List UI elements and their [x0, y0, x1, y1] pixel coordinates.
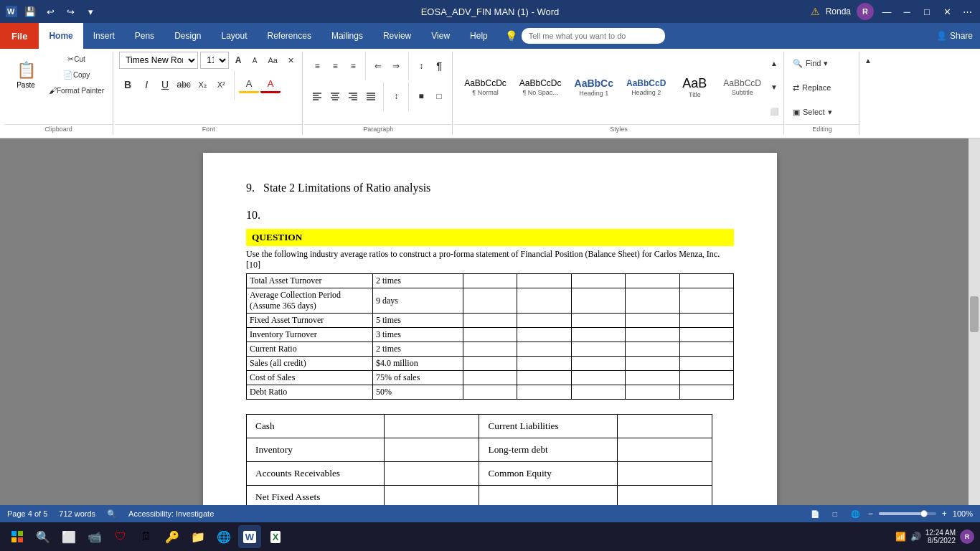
grow-font-button[interactable]: A [231, 53, 245, 67]
replace-button[interactable]: ⇄ Replace [790, 76, 854, 99]
taskbar-store-icon: 🗓 [141, 530, 152, 543]
print-layout-button[interactable]: □ [828, 507, 842, 521]
style-heading1-label: Heading 1 [579, 90, 608, 97]
change-case-button[interactable]: Aa [264, 53, 281, 67]
align-center-button[interactable] [326, 88, 344, 104]
cut-button[interactable]: ✂ Cut [44, 52, 108, 66]
ribbon-collapse-button[interactable]: ▲ [862, 55, 874, 66]
paste-button[interactable]: 📋 Paste [9, 57, 43, 92]
increase-indent-button[interactable]: ⇒ [387, 58, 405, 74]
bold-button[interactable]: B [119, 76, 136, 93]
style-expand-button[interactable]: ⬜ [769, 105, 779, 117]
align-left-button[interactable] [308, 88, 326, 104]
subscript-button[interactable]: X₂ [194, 76, 211, 93]
share-label[interactable]: Share [950, 31, 973, 41]
taskbar-explorer-button[interactable]: 📁 [187, 525, 209, 548]
shrink-font-button[interactable]: A [248, 53, 262, 67]
balance-row: Cash Current Liabilities [247, 415, 712, 438]
clear-formatting-button[interactable]: ✕ [283, 53, 298, 67]
decrease-indent-button[interactable]: ⇐ [369, 58, 387, 74]
more-button[interactable]: ⋯ [960, 4, 974, 19]
style-subtitle[interactable]: AaBbCcD Subtitle [717, 75, 767, 100]
font-size-select[interactable]: 11 [200, 52, 229, 69]
reading-view-button[interactable]: 📄 [808, 507, 822, 521]
strikethrough-button[interactable]: abc [175, 76, 192, 93]
tab-design[interactable]: Design [164, 23, 211, 49]
style-no-spacing[interactable]: AaBbCcDc ¶ No Spac... [514, 75, 567, 100]
close-button[interactable]: ✕ [940, 4, 954, 19]
question-description: Use the following industry average ratio… [246, 249, 734, 270]
zoom-slider[interactable] [879, 512, 936, 515]
taskbar-excel-button[interactable]: X [264, 525, 287, 548]
tab-pens[interactable]: Pens [125, 23, 164, 49]
page-info: Page 4 of 5 [7, 509, 47, 518]
save-button[interactable]: 💾 [23, 4, 37, 19]
tab-file[interactable]: File [0, 23, 39, 49]
undo-button[interactable]: ↩ [43, 4, 57, 19]
tab-review[interactable]: Review [373, 23, 421, 49]
redo-button[interactable]: ↪ [63, 4, 77, 19]
bullets-button[interactable]: ≡ [308, 58, 326, 74]
style-scroll-down-button[interactable]: ▼ [769, 82, 779, 93]
style-title[interactable]: AaB Title [673, 75, 716, 100]
svg-rect-19 [18, 531, 23, 536]
format-painter-button[interactable]: 🖌 Format Painter [44, 83, 108, 98]
title-bar-right: ⚠ Ronda R — ─ □ ✕ ⋯ [811, 3, 974, 20]
ratio-row: Cost of Sales75% of sales [247, 371, 734, 385]
ribbon-display-button[interactable]: — [880, 4, 894, 19]
borders-button[interactable]: □ [430, 88, 448, 104]
taskbar-taskview-button[interactable]: ⬜ [57, 525, 80, 548]
tab-insert[interactable]: Insert [83, 23, 125, 49]
scrollbar[interactable] [969, 138, 980, 543]
taskbar-chrome-button[interactable]: 🌐 [212, 525, 235, 548]
taskbar-word-button[interactable]: W [238, 525, 261, 548]
align-right-button[interactable] [344, 88, 362, 104]
document-container[interactable]: 9. State 2 Limitations of Ratio analysis… [0, 138, 980, 543]
taskbar-store-button[interactable]: 🗓 [135, 525, 158, 548]
taskbar-search-button[interactable]: 🔍 [32, 525, 55, 548]
find-button[interactable]: 🔍 Find ▾ [790, 52, 854, 75]
style-scroll-up-button[interactable]: ▲ [769, 58, 779, 70]
user-avatar[interactable]: R [857, 3, 874, 20]
maximize-button[interactable]: □ [920, 4, 934, 19]
multilevel-list-button[interactable]: ≡ [344, 58, 362, 74]
font-name-select[interactable]: Times New Roma [119, 52, 198, 69]
tell-me-input[interactable] [522, 28, 665, 44]
style-heading1[interactable]: AaBbCc Heading 1 [569, 75, 619, 100]
shading-button[interactable]: ■ [413, 88, 430, 104]
style-normal[interactable]: AaBbCcDc ¶ Normal [458, 75, 512, 100]
superscript-button[interactable]: X² [212, 76, 230, 93]
taskbar-antivirus-button[interactable]: 🛡 [109, 525, 132, 548]
taskbar-user-avatar[interactable]: R [960, 529, 974, 544]
customize-button[interactable]: ▾ [83, 4, 98, 19]
text-highlight-button[interactable]: A [239, 76, 259, 93]
search-icon: 🔍 [793, 59, 803, 68]
taskbar-keepass-button[interactable]: 🔑 [161, 525, 184, 548]
tab-help[interactable]: Help [460, 23, 498, 49]
style-nospacing-preview: AaBbCcDc [519, 79, 562, 88]
tab-view[interactable]: View [421, 23, 460, 49]
accessibility-label[interactable]: Accessibility: Investigate [128, 509, 214, 518]
tab-home[interactable]: Home [39, 23, 83, 49]
italic-button[interactable]: I [138, 76, 155, 93]
numbering-button[interactable]: ≡ [326, 58, 344, 74]
zoom-handle[interactable] [920, 510, 928, 517]
web-view-button[interactable]: 🌐 [848, 507, 862, 521]
font-color-button[interactable]: A [260, 76, 281, 93]
tab-references[interactable]: References [258, 23, 321, 49]
style-heading2[interactable]: AaBbCcD Heading 2 [621, 75, 672, 100]
minimize-button[interactable]: ─ [900, 4, 914, 19]
ratio-row: Current Ratio2 times [247, 342, 734, 357]
sort-button[interactable]: ↕ [413, 58, 430, 74]
taskbar-start-button[interactable] [6, 525, 29, 548]
scrollbar-thumb[interactable] [970, 296, 979, 332]
copy-button[interactable]: 📄 Copy [44, 67, 108, 82]
select-button[interactable]: ▣ Select ▾ [790, 100, 854, 123]
taskbar-teams-button[interactable]: 📹 [83, 525, 106, 548]
justify-button[interactable] [362, 88, 380, 104]
line-spacing-button[interactable]: ↕ [387, 88, 405, 104]
tab-layout[interactable]: Layout [211, 23, 257, 49]
show-para-button[interactable]: ¶ [430, 58, 448, 74]
underline-button[interactable]: U [156, 76, 174, 93]
tab-mailings[interactable]: Mailings [321, 23, 373, 49]
